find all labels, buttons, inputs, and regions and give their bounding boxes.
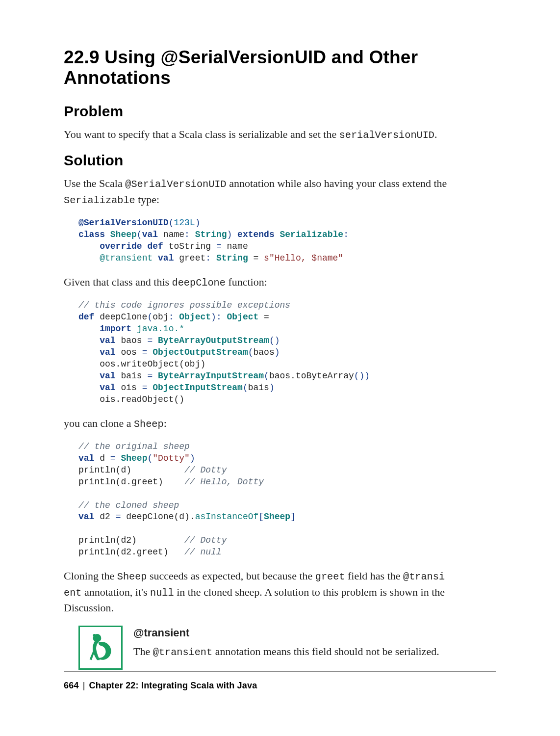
code-sheep2: Sheep bbox=[117, 571, 147, 582]
note-box: @transient The @transient annotation mea… bbox=[78, 626, 496, 670]
text: : bbox=[164, 417, 167, 429]
solution-paragraph-4: Cloning the Sheep succeeds as expected, … bbox=[64, 568, 496, 616]
svg-point-1 bbox=[93, 634, 96, 637]
code-sheep: Sheep bbox=[134, 419, 164, 430]
lemur-icon bbox=[78, 626, 123, 670]
code-deepclone: deepClone bbox=[172, 277, 226, 289]
text: You want to specify that a Scala class i… bbox=[64, 128, 339, 140]
text: field has the bbox=[345, 570, 404, 582]
solution-paragraph-1: Use the Scala @SerialVersionUID annotati… bbox=[64, 176, 496, 208]
note-title: @transient bbox=[133, 627, 496, 639]
text: Given that class and this bbox=[64, 276, 172, 288]
page-content: 22.9 Using @SerialVersionUID and Other A… bbox=[64, 47, 496, 670]
problem-paragraph: You want to specify that a Scala class i… bbox=[64, 127, 496, 142]
section-title: 22.9 Using @SerialVersionUID and Other A… bbox=[64, 47, 496, 88]
chapter-label: Chapter 22: Integrating Scala with Java bbox=[89, 681, 257, 690]
page-footer: 664|Chapter 22: Integrating Scala with J… bbox=[64, 671, 496, 691]
text: type: bbox=[135, 193, 160, 206]
code-greet: greet bbox=[315, 571, 345, 582]
heading-problem: Problem bbox=[64, 103, 496, 120]
text: function: bbox=[226, 276, 267, 288]
code-serialversionuid: serialVersionUID bbox=[339, 130, 434, 141]
footer-text: 664|Chapter 22: Integrating Scala with J… bbox=[64, 681, 496, 691]
code-transient2: @transient bbox=[153, 647, 212, 658]
text: The bbox=[133, 645, 153, 657]
solution-paragraph-2: Given that class and this deepClone func… bbox=[64, 274, 496, 290]
code-serializable: Serializable bbox=[64, 195, 135, 206]
page-number: 664 bbox=[64, 681, 79, 690]
note-text: The @transient annotation means this fie… bbox=[133, 643, 496, 660]
text: annotation while also having your class … bbox=[227, 177, 447, 189]
text: you can clone a bbox=[64, 417, 134, 429]
code-annotation: @SerialVersionUID bbox=[125, 179, 226, 190]
footer-divider bbox=[64, 671, 496, 672]
code-block-deepclone: // this code ignores possible exceptions… bbox=[78, 300, 496, 405]
text: Cloning the bbox=[64, 570, 117, 582]
heading-solution: Solution bbox=[64, 152, 496, 169]
code-transient-broken-a: @transi bbox=[403, 571, 445, 582]
solution-paragraph-3: you can clone a Sheep: bbox=[64, 416, 496, 431]
footer-separator: | bbox=[83, 681, 85, 690]
code-transient-broken-b: ent bbox=[64, 587, 81, 599]
code-block-sheep-class: @SerialVersionUID(123L) class Sheep(val … bbox=[78, 217, 496, 264]
text: annotation, it's bbox=[81, 586, 150, 598]
note-body: @transient The @transient annotation mea… bbox=[133, 626, 496, 660]
text: succeeds as expected, but because the bbox=[147, 570, 315, 582]
text: Use the Scala bbox=[64, 177, 125, 189]
text: annotation means this field should not b… bbox=[212, 645, 439, 657]
code-null: null bbox=[150, 587, 174, 599]
code-block-clone-sheep: // the original sheep val d = Sheep("Dot… bbox=[78, 441, 496, 558]
text: . bbox=[434, 128, 437, 140]
